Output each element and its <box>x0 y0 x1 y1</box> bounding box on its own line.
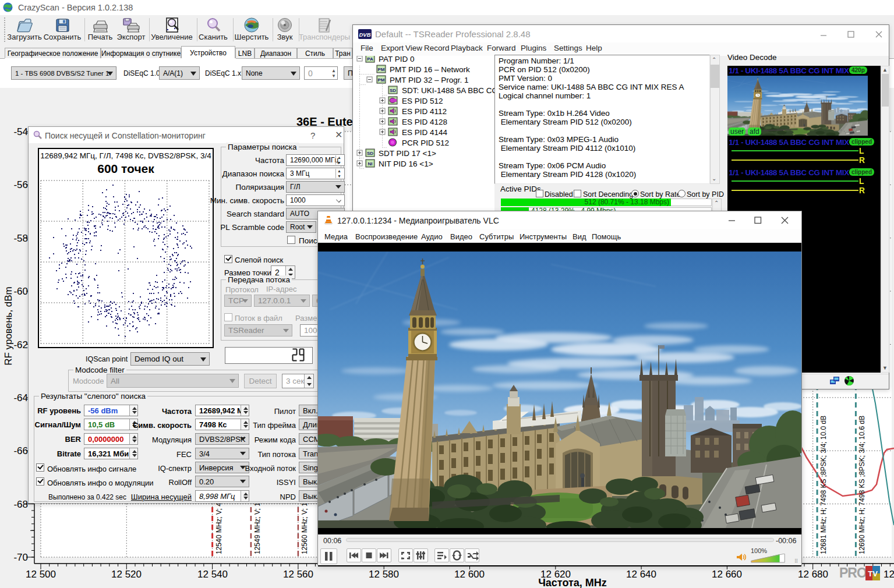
svg-text:ES PID 4112: ES PID 4112 <box>402 107 447 116</box>
svg-text:SDT PID 17 <1>: SDT PID 17 <1> <box>379 149 436 158</box>
svg-text:-56: -56 <box>13 179 28 190</box>
svg-text:12 600: 12 600 <box>454 569 485 580</box>
svg-text:SD: SD <box>367 151 373 156</box>
svg-text:DVB: DVB <box>359 31 370 38</box>
svg-text:PMT PID 32 – Progr. 1: PMT PID 32 – Progr. 1 <box>390 76 469 84</box>
svg-text:PM: PM <box>378 67 385 72</box>
svg-text:NI: NI <box>368 161 373 167</box>
svg-text:12 640: 12 640 <box>626 569 656 580</box>
svg-text:ES PID 4144: ES PID 4144 <box>402 128 448 137</box>
svg-text:-58: -58 <box>13 233 28 244</box>
svg-text:-70: -70 <box>13 552 28 563</box>
svg-text:-64: -64 <box>13 392 28 403</box>
svg-text:12 580: 12 580 <box>369 569 399 580</box>
svg-text:-54: -54 <box>13 126 28 137</box>
svg-text:NIT PID 16 <1>: NIT PID 16 <1> <box>379 160 433 168</box>
svg-text:PAT PID 0: PAT PID 0 <box>379 56 415 63</box>
svg-text:12 540: 12 540 <box>197 569 228 580</box>
svg-text:PM: PM <box>378 77 385 83</box>
svg-text:12 500: 12 500 <box>26 569 56 580</box>
svg-text:12 560: 12 560 <box>283 569 313 580</box>
svg-text:SD: SD <box>390 88 396 93</box>
svg-text:-62: -62 <box>13 339 28 350</box>
svg-text:PMT PID 16 – Network: PMT PID 16 – Network <box>390 65 470 74</box>
svg-text:ES PID 4128: ES PID 4128 <box>402 118 447 126</box>
svg-text:12690 MHz; H; 7498 KS ;8PSK; 3: 12690 MHz; H; 7498 KS ;8PSK; 3/4; 10.6 d… <box>858 416 866 554</box>
svg-text:12 700: 12 700 <box>884 569 894 580</box>
svg-text:12681 MHz; H; 7498 KS ;8PSK; 3: 12681 MHz; H; 7498 KS ;8PSK; 3/4; 10.0 d… <box>819 416 828 554</box>
svg-text:PA: PA <box>367 56 373 62</box>
svg-text:PCR PID 512: PCR PID 512 <box>402 139 449 147</box>
svg-text:12 660: 12 660 <box>712 569 742 580</box>
svg-text:-60: -60 <box>13 286 28 297</box>
svg-text:TV: TV <box>868 569 878 578</box>
svg-text:12 680: 12 680 <box>798 569 828 580</box>
svg-text:RF уровень, dBm: RF уровень, dBm <box>3 286 14 366</box>
svg-text:ES PID 512: ES PID 512 <box>402 97 443 105</box>
svg-text:12 520: 12 520 <box>111 569 142 580</box>
svg-text:-68: -68 <box>13 499 28 510</box>
svg-text:Частота, MHz: Частота, MHz <box>538 577 607 588</box>
svg-text:SDT: UKI-1488 5A BBC CG INT: SDT: UKI-1488 5A BBC CG INT <box>402 86 494 95</box>
